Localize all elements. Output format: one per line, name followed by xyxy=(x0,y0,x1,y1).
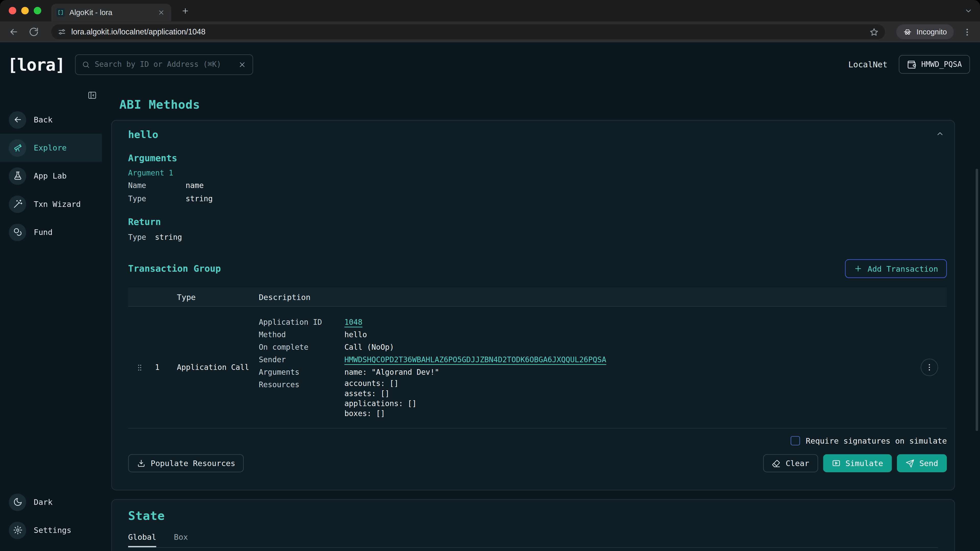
require-signatures-label: Require signatures on simulate xyxy=(806,436,947,445)
add-transaction-button[interactable]: Add Transaction xyxy=(845,259,947,278)
clear-label: Clear xyxy=(786,459,809,468)
arguments-label: Arguments xyxy=(259,366,345,379)
address-bar[interactable]: lora.algokit.io/localnet/application/104… xyxy=(51,24,885,40)
close-window-button[interactable] xyxy=(9,7,16,14)
download-tray-icon xyxy=(137,459,145,468)
arg-name-label: Name xyxy=(128,179,186,192)
browser-toolbar: lora.algokit.io/localnet/application/104… xyxy=(0,21,980,42)
network-label[interactable]: LocalNet xyxy=(848,60,887,69)
coins-icon xyxy=(9,224,26,241)
page-title: ABI Methods xyxy=(119,97,955,111)
row-menu-button[interactable] xyxy=(921,359,938,376)
theme-toggle-dark[interactable]: Dark xyxy=(0,488,102,516)
transaction-table: Type Description 1 Application C xyxy=(128,287,947,429)
tab-title: AlgoKit - lora xyxy=(69,8,152,17)
sidebar: Back Explore App Lab xyxy=(0,86,102,551)
resources-values: accounts: [] assets: [] applications: []… xyxy=(344,379,912,419)
flask-icon xyxy=(9,167,26,185)
search-clear-icon[interactable] xyxy=(238,60,246,68)
url-text: lora.algokit.io/localnet/application/104… xyxy=(71,27,205,36)
ellipsis-vertical-icon xyxy=(925,363,934,372)
gear-icon xyxy=(9,521,26,539)
sidebar-item-label: Txn Wizard xyxy=(34,199,81,209)
abi-method-card: hello Arguments Argument 1 Name name Typ… xyxy=(111,120,955,490)
sender-label: Sender xyxy=(259,354,345,366)
screenshot-root: AlgoKit - lora lora.algokit.io/localnet/… xyxy=(0,0,980,551)
table-header: Type Description xyxy=(128,287,947,307)
col-type: Type xyxy=(177,292,259,302)
add-transaction-label: Add Transaction xyxy=(867,264,938,273)
sidebar-item-label: Explore xyxy=(34,143,67,152)
populate-resources-button[interactable]: Populate Resources xyxy=(128,454,244,472)
simulate-button[interactable]: Simulate xyxy=(823,454,892,472)
incognito-badge: Incognito xyxy=(897,24,954,40)
site-settings-icon[interactable] xyxy=(57,27,66,36)
sidebar-back-button[interactable]: Back xyxy=(0,106,102,134)
arguments-value: name: "Algorand Dev!" xyxy=(344,366,912,379)
lora-app: [lora] LocalNet HMWD_PQSA xyxy=(0,43,980,551)
transaction-group-heading: Transaction Group xyxy=(128,262,221,275)
return-heading: Return xyxy=(128,216,947,228)
send-button[interactable]: Send xyxy=(897,454,947,472)
sidebar-back-label: Back xyxy=(34,115,52,124)
return-type-value: string xyxy=(155,232,182,243)
require-signatures-checkbox[interactable] xyxy=(791,436,800,445)
send-label: Send xyxy=(919,459,938,468)
tab-global[interactable]: Global xyxy=(128,532,156,548)
state-title: State xyxy=(128,507,947,522)
populate-resources-label: Populate Resources xyxy=(151,459,235,468)
new-tab-button[interactable] xyxy=(179,4,191,17)
method-value: hello xyxy=(344,329,912,341)
tab-favicon-icon xyxy=(56,8,65,17)
tabs-divider xyxy=(128,547,938,548)
sidebar-item-label: App Lab xyxy=(34,171,67,181)
reload-icon[interactable] xyxy=(27,25,40,38)
incognito-icon xyxy=(904,27,912,36)
sidebar-item-app-lab[interactable]: App Lab xyxy=(0,162,102,190)
method-name[interactable]: hello xyxy=(128,128,947,142)
argument1-label: Argument 1 xyxy=(128,168,947,178)
tab-search-chevron-icon[interactable] xyxy=(964,7,973,15)
txn-type: Application Call xyxy=(177,363,259,372)
app-id-link[interactable]: 1048 xyxy=(344,318,363,327)
oncomplete-label: On complete xyxy=(259,341,345,354)
sidebar-item-explore[interactable]: Explore xyxy=(0,134,102,162)
state-tabs: Global Box xyxy=(128,532,947,548)
return-type-label: Type xyxy=(128,232,146,243)
wallet-button[interactable]: HMWD_PQSA xyxy=(899,55,970,74)
clear-button[interactable]: Clear xyxy=(763,454,818,472)
simulate-label: Simulate xyxy=(845,459,883,468)
state-card: State Global Box xyxy=(111,499,955,551)
search-box[interactable] xyxy=(75,54,253,75)
arguments-heading: Arguments xyxy=(128,152,947,164)
sidebar-collapse-icon[interactable] xyxy=(88,91,97,100)
tab-box[interactable]: Box xyxy=(174,532,188,548)
browser-menu-icon[interactable] xyxy=(961,26,973,38)
drag-handle-icon[interactable] xyxy=(135,363,144,372)
lora-logo[interactable]: [lora] xyxy=(7,55,65,74)
zoom-window-button[interactable] xyxy=(34,7,41,14)
app-header: [lora] LocalNet HMWD_PQSA xyxy=(0,43,980,86)
arg-type-label: Type xyxy=(128,192,186,205)
page-scrollbar[interactable] xyxy=(976,168,978,431)
bookmark-star-icon[interactable] xyxy=(870,27,879,37)
sidebar-item-settings[interactable]: Settings xyxy=(0,516,102,544)
search-input[interactable] xyxy=(95,60,233,68)
tab-close-icon[interactable] xyxy=(156,7,166,17)
sidebar-item-fund[interactable]: Fund xyxy=(0,218,102,246)
wallet-address-label: HMWD_PQSA xyxy=(921,60,962,68)
telescope-icon xyxy=(9,139,26,157)
browser-tab[interactable]: AlgoKit - lora xyxy=(51,4,171,21)
window-controls xyxy=(9,7,41,14)
table-row[interactable]: 1 Application Call Application ID 1048 M… xyxy=(128,306,947,429)
method-label: Method xyxy=(259,329,345,341)
chevron-up-icon[interactable] xyxy=(935,129,944,138)
minimize-window-button[interactable] xyxy=(21,7,29,14)
simulate-play-icon xyxy=(832,459,840,468)
back-nav-icon[interactable] xyxy=(7,25,20,38)
sender-address-link[interactable]: HMWDSHQCOPD2T36WBAHLAZ6PO5GDJJZBN4D2TODK… xyxy=(344,355,606,364)
col-description: Description xyxy=(259,292,912,302)
sidebar-item-txn-wizard[interactable]: Txn Wizard xyxy=(0,190,102,218)
back-arrow-icon xyxy=(9,111,26,129)
eraser-icon xyxy=(772,459,781,468)
